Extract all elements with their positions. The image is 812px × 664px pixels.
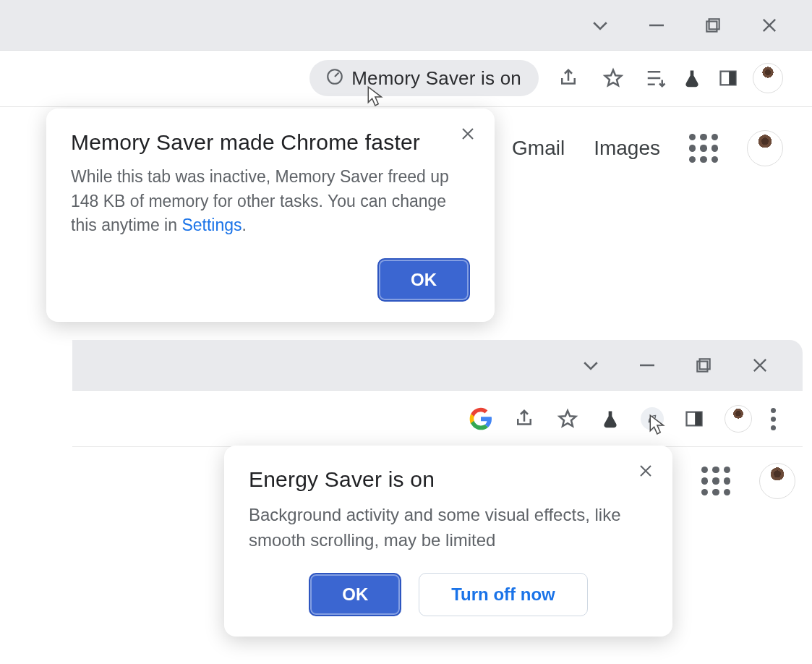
reading-list-icon[interactable] [644, 67, 667, 90]
minimize-button[interactable] [631, 349, 664, 382]
memory-saver-chip[interactable]: Memory Saver is on [309, 60, 539, 96]
close-icon[interactable] [456, 122, 480, 146]
apps-grid-icon[interactable] [701, 467, 730, 495]
gmail-link[interactable]: Gmail [512, 137, 565, 160]
profile-avatar[interactable] [753, 63, 783, 93]
svg-rect-8 [695, 412, 701, 426]
speedometer-icon [325, 67, 344, 89]
svg-rect-4 [729, 72, 735, 85]
star-icon[interactable] [555, 407, 580, 431]
page-profile-avatar[interactable] [759, 463, 795, 499]
close-window-button[interactable] [743, 349, 777, 382]
kebab-menu-icon[interactable] [771, 408, 777, 430]
maximize-button[interactable] [696, 9, 730, 42]
ok-button[interactable]: OK [377, 258, 470, 302]
popup-actions: OK Turn off now [249, 573, 648, 616]
window-2 [72, 340, 803, 447]
popup-actions: OK [71, 258, 470, 302]
popup-body-post: . [242, 216, 247, 234]
svg-rect-1 [706, 22, 717, 32]
minimize-button[interactable] [640, 9, 673, 42]
svg-rect-5 [700, 359, 710, 369]
side-panel-icon[interactable] [717, 67, 740, 90]
page-profile-avatar[interactable] [747, 130, 783, 166]
window-controls [574, 340, 803, 391]
tab-strip [72, 340, 803, 391]
chevron-down-icon[interactable] [584, 9, 617, 42]
google-page-nav: Gmail Images [512, 130, 783, 166]
google-logo-icon[interactable] [469, 407, 493, 431]
popup-body: While this tab was inactive, Memory Save… [71, 165, 470, 238]
chevron-down-icon[interactable] [574, 349, 607, 382]
profile-avatar[interactable] [725, 405, 752, 433]
popup-body-text: While this tab was inactive, Memory Save… [71, 167, 449, 234]
close-window-button[interactable] [753, 9, 786, 42]
memory-saver-popup: Memory Saver made Chrome faster While th… [46, 108, 495, 322]
labs-icon[interactable] [680, 67, 704, 90]
labs-icon[interactable] [599, 407, 622, 430]
popup-title: Memory Saver made Chrome faster [71, 130, 470, 155]
star-icon[interactable] [601, 66, 625, 90]
maximize-button[interactable] [687, 349, 720, 382]
side-panel-icon[interactable] [683, 407, 706, 430]
ok-button[interactable]: OK [309, 573, 401, 616]
popup-body: Background activity and some visual effe… [249, 502, 648, 553]
address-bar-row: Memory Saver is on [0, 51, 812, 107]
address-bar-row [72, 391, 803, 447]
window-1: Memory Saver is on [0, 0, 812, 107]
share-icon[interactable] [512, 407, 537, 431]
turn-off-now-button[interactable]: Turn off now [419, 573, 588, 616]
energy-saver-leaf-icon[interactable] [641, 407, 664, 430]
popup-title: Energy Saver is on [249, 467, 648, 492]
close-icon[interactable] [633, 459, 658, 483]
energy-saver-popup: Energy Saver is on Background activity a… [224, 446, 672, 637]
svg-rect-0 [709, 19, 719, 29]
share-icon[interactable] [556, 66, 581, 90]
svg-rect-6 [697, 362, 707, 372]
window-controls [584, 0, 812, 51]
memory-saver-chip-label: Memory Saver is on [351, 67, 521, 90]
tab-strip [0, 0, 812, 51]
apps-grid-icon[interactable] [689, 134, 718, 163]
images-link[interactable]: Images [594, 137, 660, 160]
settings-link[interactable]: Settings [181, 216, 242, 234]
